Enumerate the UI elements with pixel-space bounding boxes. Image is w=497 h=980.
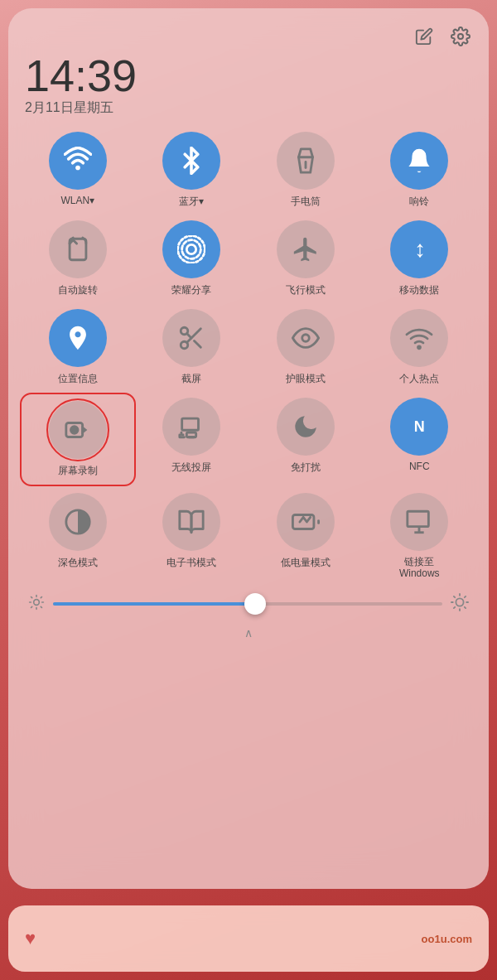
autorotate-label: 自动旋转 <box>58 283 98 297</box>
tile-linkwindows[interactable]: 链接至Windows <box>367 493 473 580</box>
svg-line-33 <box>31 606 32 607</box>
svg-point-4 <box>187 244 196 253</box>
wirelesscast-label: 无线投屏 <box>171 461 211 475</box>
mobiledata-label: 移动数据 <box>399 283 439 297</box>
edit-icon[interactable] <box>413 25 436 48</box>
brightness-thumb[interactable] <box>244 593 266 615</box>
data-icon-bg: ↕ <box>390 220 448 278</box>
screenrecord-label: 屏幕录制 <box>58 464 98 478</box>
tile-ebook[interactable]: 电子书模式 <box>139 493 245 580</box>
scissors-icon-bg <box>162 309 220 367</box>
bluetooth-label: 蓝牙▾ <box>179 195 204 209</box>
tile-bluetooth[interactable]: 蓝牙▾ <box>139 132 245 209</box>
wifi-icon-bg <box>49 132 107 190</box>
nfc-icon-bg: N <box>390 398 448 456</box>
svg-point-12 <box>302 335 310 342</box>
brightness-high-icon <box>451 593 469 615</box>
date: 2月11日星期五 <box>25 99 472 117</box>
tile-eyeprotect[interactable]: 护眼模式 <box>253 309 359 386</box>
watermark: oo1u.com <box>422 933 472 945</box>
tile-airplane[interactable]: 飞行模式 <box>253 220 359 297</box>
hotspot-label: 个人热点 <box>399 372 439 386</box>
flashlight-icon-bg <box>277 132 335 190</box>
tile-dnd[interactable]: 免打扰 <box>253 398 359 481</box>
svg-point-35 <box>456 598 463 606</box>
svg-point-0 <box>458 34 463 39</box>
darkmode-label: 深色模式 <box>58 556 98 570</box>
time-display: 14:39 2月11日星期五 <box>25 53 472 117</box>
airplane-label: 飞行模式 <box>286 283 326 297</box>
watermark-text: oo1u.com <box>422 933 472 945</box>
location-icon-bg <box>49 309 107 367</box>
tile-screenrecord[interactable]: 屏幕录制 <box>25 398 131 481</box>
tile-hotspot[interactable]: 个人热点 <box>367 309 473 386</box>
flashlight-label: 手电筒 <box>291 195 321 209</box>
svg-line-42 <box>454 607 455 608</box>
tile-location[interactable]: 位置信息 <box>25 309 131 386</box>
heart-icon: ♥ <box>25 928 36 949</box>
nfc-label: NFC <box>409 461 430 472</box>
svg-line-11 <box>187 334 191 338</box>
svg-point-5 <box>182 240 201 259</box>
moon-icon-bg <box>277 398 335 456</box>
svg-point-14 <box>70 427 78 434</box>
brightness-low-icon <box>28 594 45 614</box>
bell-icon-bg <box>390 132 448 190</box>
svg-line-30 <box>41 606 41 607</box>
location-label: 位置信息 <box>58 372 98 386</box>
ringtone-label: 响铃 <box>409 195 429 209</box>
bluetooth-icon-bg <box>162 132 220 190</box>
tile-ringtone[interactable]: 响铃 <box>367 132 473 209</box>
tile-mobiledata[interactable]: ↕ 移动数据 <box>367 220 473 297</box>
eye-icon-bg <box>277 309 335 367</box>
book-icon-bg <box>162 493 220 551</box>
tile-honorshare[interactable]: 荣耀分享 <box>139 220 245 297</box>
eyeprotect-label: 护眼模式 <box>286 372 326 386</box>
ebook-label: 电子书模式 <box>166 556 216 570</box>
settings-icon[interactable] <box>449 25 472 48</box>
tile-screenshot[interactable]: 截屏 <box>139 309 245 386</box>
svg-line-43 <box>465 596 466 597</box>
svg-point-13 <box>418 346 421 349</box>
svg-point-1 <box>75 166 80 171</box>
cast-icon-bg <box>162 398 220 456</box>
record-icon-bg <box>49 401 107 459</box>
hotspot-icon-bg <box>390 309 448 367</box>
tile-wirelesscast[interactable]: 无线投屏 <box>139 398 245 481</box>
svg-rect-23 <box>408 511 428 526</box>
svg-point-26 <box>34 599 40 605</box>
brightness-row <box>25 593 472 615</box>
tile-wifi[interactable]: WLAN▾ <box>25 132 131 209</box>
contrast-icon-bg <box>49 493 107 551</box>
tile-autorotate[interactable]: 自动旋转 <box>25 220 131 297</box>
collapse-chevron: ∧ <box>244 626 253 640</box>
wifi-label: WLAN▾ <box>60 195 94 206</box>
tile-nfc[interactable]: N NFC <box>367 398 473 481</box>
powersave-label: 低电量模式 <box>281 556 331 570</box>
svg-line-38 <box>454 596 455 597</box>
control-center: 14:39 2月11日星期五 WLAN▾ 蓝牙▾ <box>8 8 489 889</box>
battery-icon-bg <box>277 493 335 551</box>
brightness-fill <box>53 602 255 606</box>
airplane-icon-bg <box>277 220 335 278</box>
time: 14:39 <box>25 53 472 98</box>
tile-flashlight[interactable]: 手电筒 <box>253 132 359 209</box>
tile-powersave[interactable]: 低电量模式 <box>253 493 359 580</box>
rotate-icon-bg <box>49 220 107 278</box>
linkwindows-label: 链接至Windows <box>399 556 440 580</box>
honorshare-label: 荣耀分享 <box>171 283 211 297</box>
svg-rect-16 <box>182 418 199 430</box>
svg-line-39 <box>465 607 466 608</box>
bottom-card: ♥ oo1u.com <box>8 905 489 972</box>
dnd-label: 免打扰 <box>291 461 321 475</box>
tiles-grid-row1: WLAN▾ 蓝牙▾ 手电筒 <box>25 132 472 580</box>
svg-rect-19 <box>186 422 197 428</box>
share-icon-bg <box>162 220 220 278</box>
collapse-bar[interactable]: ∧ <box>25 626 472 640</box>
top-bar <box>25 25 472 48</box>
windows-icon-bg <box>390 493 448 551</box>
screenshot-label: 截屏 <box>181 372 201 386</box>
brightness-slider[interactable] <box>53 602 442 606</box>
svg-line-34 <box>41 596 41 597</box>
tile-darkmode[interactable]: 深色模式 <box>25 493 131 580</box>
